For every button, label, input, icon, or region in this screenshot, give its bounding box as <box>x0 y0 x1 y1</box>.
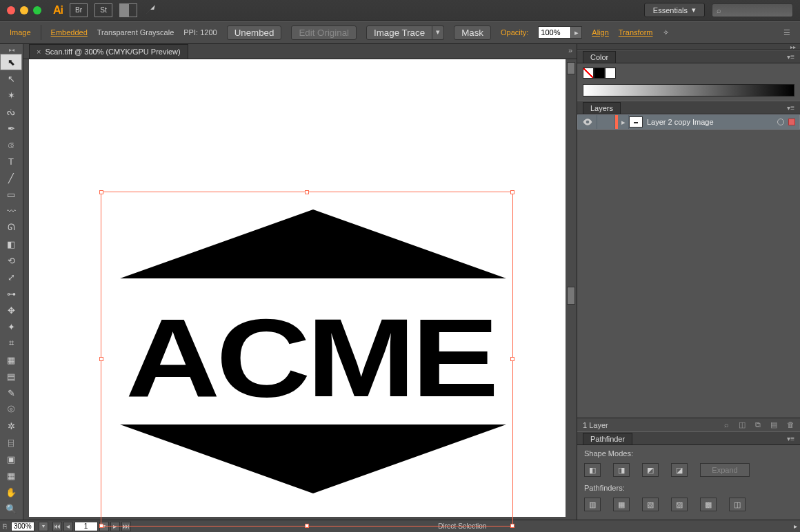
tools-panel-grip[interactable]: ▸◂ <box>0 45 23 54</box>
tool-rotate[interactable]: ⟲ <box>0 252 22 269</box>
tool-slice[interactable]: ▦ <box>0 467 22 484</box>
close-tab-icon[interactable]: × <box>37 48 41 56</box>
tool-zoom[interactable]: 🔍 <box>0 500 22 517</box>
delete-layer-icon[interactable]: 🗑 <box>787 420 794 429</box>
scroll-thumb[interactable] <box>567 287 575 305</box>
color-panel-menu-icon[interactable]: ▾≡ <box>787 53 794 61</box>
color-panel-tab[interactable]: Color <box>583 51 616 63</box>
intersect-button[interactable]: ◩ <box>642 463 659 477</box>
artboard-field[interactable]: 1 <box>74 522 98 531</box>
tool-free-transform[interactable]: ✥ <box>0 302 22 318</box>
layer-name[interactable]: Layer 2 copy Image <box>647 118 714 126</box>
clipping-mask-icon[interactable]: ◫ <box>739 420 746 429</box>
pathfinder-panel-tab[interactable]: Pathfinder <box>583 433 632 444</box>
help-search-input[interactable]: ⌕ <box>712 3 793 17</box>
stock-button[interactable]: St <box>94 3 112 17</box>
opacity-stepper[interactable]: ▸ <box>571 26 582 39</box>
selection-handle-s[interactable] <box>305 524 309 528</box>
image-trace-label[interactable]: Image Trace <box>366 25 432 40</box>
gpu-preview-icon[interactable] <box>144 3 157 17</box>
vertical-scrollbar[interactable] <box>566 59 577 520</box>
lock-cell[interactable] <box>597 115 615 129</box>
visibility-toggle[interactable] <box>578 115 597 129</box>
window-zoom-button[interactable] <box>33 6 41 14</box>
tool-scale[interactable]: ⤢ <box>0 269 22 285</box>
pathfinder-panel-menu-icon[interactable]: ▾≡ <box>787 435 794 442</box>
first-artboard-button[interactable]: ⏮ <box>52 522 62 531</box>
tool-width[interactable]: ⊶ <box>0 285 22 302</box>
tool-perspective[interactable]: ⌗ <box>0 335 22 351</box>
locate-object-icon[interactable]: ⌕ <box>724 420 729 429</box>
export-icon[interactable]: ⎘ <box>3 522 7 530</box>
panel-menu-icon[interactable]: ☰ <box>783 28 790 37</box>
image-trace-dropdown[interactable]: ▾ <box>432 25 444 40</box>
layers-panel-tab[interactable]: Layers <box>583 102 621 114</box>
color-panel-header[interactable]: Color ▾≡ <box>577 50 800 63</box>
window-close-button[interactable] <box>7 6 15 14</box>
white-swatch[interactable] <box>605 68 616 79</box>
selection-handle-n[interactable] <box>305 190 309 194</box>
tool-mesh[interactable]: ▦ <box>0 351 22 368</box>
bridge-button[interactable]: Br <box>70 3 88 17</box>
layer-disclosure-icon[interactable]: ▸ <box>618 115 629 129</box>
selection-handle-w[interactable] <box>99 357 103 361</box>
selection-handle-se[interactable] <box>510 524 514 528</box>
minus-back-button[interactable]: ◫ <box>729 498 746 511</box>
selection-indicator[interactable] <box>788 119 795 125</box>
scroll-up-button[interactable] <box>567 62 575 74</box>
tab-overflow-icon[interactable]: » <box>564 44 577 59</box>
tool-blob-brush[interactable]: ᘏ <box>0 219 22 236</box>
exclude-button[interactable]: ◪ <box>671 463 688 477</box>
tool-artboard[interactable]: ▣ <box>0 451 22 467</box>
link-state[interactable]: Embedded <box>51 28 88 37</box>
opacity-input[interactable] <box>538 26 571 39</box>
mask-button[interactable]: Mask <box>454 25 491 40</box>
outline-button[interactable]: ▩ <box>700 498 717 511</box>
tool-symbol-sprayer[interactable]: ✲ <box>0 418 22 434</box>
tool-lasso[interactable]: ᔔ <box>0 103 22 120</box>
pathfinder-panel-header[interactable]: Pathfinder ▾≡ <box>577 431 800 445</box>
isolate-icon[interactable]: ✧ <box>663 28 669 37</box>
tool-eraser[interactable]: ◧ <box>0 236 22 252</box>
tool-curvature[interactable]: ⟃ <box>0 136 22 153</box>
image-trace-button[interactable]: Image Trace ▾ <box>366 25 444 40</box>
new-layer-icon[interactable]: ▤ <box>770 420 777 429</box>
none-swatch[interactable] <box>583 68 594 79</box>
workspace-switcher[interactable]: Essentials ▾ <box>644 3 705 17</box>
tool-gradient[interactable]: ▤ <box>0 368 22 385</box>
layers-panel-header[interactable]: Layers ▾≡ <box>577 101 800 114</box>
selection-handle-sw[interactable] <box>99 524 103 528</box>
canvas[interactable]: ACME <box>23 59 577 520</box>
merge-button[interactable]: ▧ <box>642 498 659 511</box>
tool-direct-selection[interactable]: ↖ <box>0 70 22 87</box>
tool-eyedropper[interactable]: ✎ <box>0 385 22 401</box>
layer-row[interactable]: ▸ ▬ Layer 2 copy Image <box>577 114 800 130</box>
align-link[interactable]: Align <box>592 28 608 37</box>
unite-button[interactable]: ◧ <box>584 463 601 477</box>
target-icon[interactable] <box>777 119 784 125</box>
tool-type[interactable]: T <box>0 153 22 170</box>
layers-panel-menu-icon[interactable]: ▾≡ <box>787 104 794 112</box>
selection-handle-ne[interactable] <box>510 190 514 194</box>
tool-column-graph[interactable]: ⌸ <box>0 434 22 451</box>
prev-artboard-button[interactable]: ◂ <box>63 522 73 531</box>
transform-link[interactable]: Transform <box>619 28 653 37</box>
tool-blend[interactable]: ⦾ <box>0 401 22 418</box>
crop-button[interactable]: ▨ <box>671 498 688 511</box>
minus-front-button[interactable]: ◨ <box>613 463 630 477</box>
tool-rectangle[interactable]: ▭ <box>0 186 22 203</box>
tool-selection[interactable]: ⬉ <box>0 54 22 70</box>
new-sublayer-icon[interactable]: ⧉ <box>755 420 761 429</box>
tool-magic-wand[interactable]: ✶ <box>0 87 22 103</box>
unembed-button[interactable]: Unembed <box>227 25 282 40</box>
window-minimize-button[interactable] <box>20 6 28 14</box>
arrange-documents-button[interactable] <box>119 3 137 17</box>
zoom-field[interactable]: 300% <box>11 522 34 531</box>
tool-hand[interactable]: ✋ <box>0 484 22 500</box>
tool-shape-builder[interactable]: ✦ <box>0 318 22 335</box>
selection-handle-e[interactable] <box>510 357 514 361</box>
selection-bounding-box[interactable] <box>101 192 513 526</box>
tool-line[interactable]: ╱ <box>0 170 22 186</box>
black-swatch[interactable] <box>594 68 605 79</box>
selection-handle-nw[interactable] <box>99 190 103 194</box>
